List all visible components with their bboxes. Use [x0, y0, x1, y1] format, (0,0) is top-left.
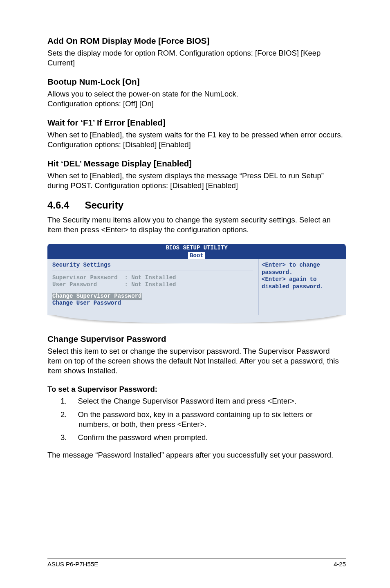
bios-row-supervisor: Supervisor Password : Not Installed	[52, 274, 253, 282]
para-line: Allows you to select the power-on state …	[47, 90, 238, 98]
bios-help-line: <Enter> again to disabled password.	[262, 276, 343, 290]
heading-add-on-rom: Add On ROM Display Mode [Force BIOS]	[47, 36, 346, 46]
heading-change-supervisor: Change Supervisor Password	[47, 334, 346, 344]
bios-left-pane: Security Settings Supervisor Password : …	[47, 259, 258, 315]
bios-heading-security-settings: Security Settings	[52, 262, 253, 269]
section-number: 4.6.4	[47, 200, 69, 211]
para-hit-del: When set to [Enabled], the system displa…	[47, 171, 346, 191]
section-title: Security	[85, 200, 123, 211]
bios-curve-shadow	[47, 315, 346, 323]
step-item: Select the Change Supervisor Password it…	[65, 396, 346, 406]
step-item: Confirm the password when prompted.	[65, 433, 346, 442]
bios-titlebar: BIOS SETUP UTILITY Boot	[47, 244, 346, 259]
heading-security: 4.6.4Security	[47, 200, 346, 211]
bios-item-change-user[interactable]: Change User Password	[52, 300, 253, 307]
step-text: On the password box, key in a password c…	[78, 410, 313, 429]
step-text: Select the Change Supervisor Password it…	[78, 397, 297, 405]
para-change-supervisor: Select this item to set or change the su…	[47, 346, 346, 376]
bios-title: BIOS SETUP UTILITY	[166, 245, 227, 251]
subhead-to-set: To set a Supervisor Password:	[47, 385, 346, 394]
para-tail: The message “Password Installed” appears…	[47, 450, 346, 460]
page-footer: ASUS P6-P7H55E 4-25	[47, 559, 346, 568]
para-add-on-rom: Sets the display mode for option ROM. Co…	[47, 48, 346, 68]
heading-hit-del: Hit ‘DEL’ Message Display [Enabled]	[47, 159, 346, 168]
para-line: Configuration options: [Off] [On]	[47, 99, 154, 108]
heading-wait-f1: Wait for ‘F1’ If Error [Enabled]	[47, 118, 346, 128]
bios-screenshot: BIOS SETUP UTILITY Boot Security Setting…	[47, 244, 346, 323]
step-item: On the password box, key in a password c…	[65, 410, 346, 430]
para-wait-f1: When set to [Enabled], the system waits …	[47, 130, 346, 150]
bios-help-line: <Enter> to change password.	[262, 262, 343, 276]
para-bootup-numlock: Allows you to select the power-on state …	[47, 89, 346, 109]
bios-body: Security Settings Supervisor Password : …	[47, 259, 346, 315]
bios-help-pane: <Enter> to change password. <Enter> agai…	[258, 259, 346, 315]
heading-bootup-numlock: Bootup Num-Lock [On]	[47, 77, 346, 87]
steps-list: Select the Change Supervisor Password it…	[47, 396, 346, 443]
bios-item-change-supervisor[interactable]: Change Supervisor Password	[52, 293, 142, 300]
footer-left: ASUS P6-P7H55E	[47, 561, 98, 568]
bios-divider	[52, 271, 253, 271]
footer-right: 4-25	[334, 561, 346, 568]
bios-tab-boot: Boot	[188, 252, 205, 260]
bios-item-label: Change Supervisor Password	[52, 293, 141, 299]
bios-row-user: User Password : Not Installed	[52, 281, 253, 289]
para-security-intro: The Security menu items allow you to cha…	[47, 215, 346, 235]
step-text: Confirm the password when prompted.	[78, 433, 208, 442]
